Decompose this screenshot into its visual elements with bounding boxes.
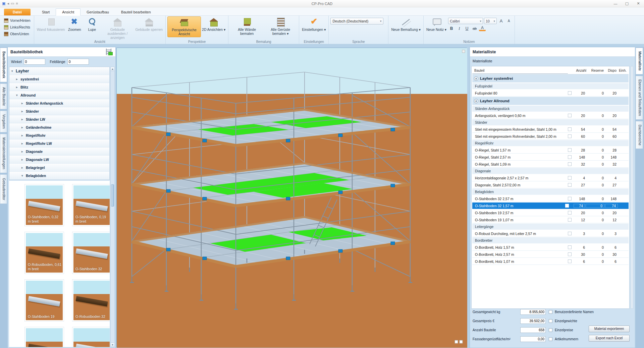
font-family-dropdown[interactable]: Calibri ▾ <box>448 18 483 24</box>
collapse-icon[interactable] <box>474 99 478 103</box>
row-checkbox[interactable] <box>565 204 569 208</box>
part-thumbnail[interactable]: O-Robustboden 61 <box>24 327 64 347</box>
ribbon-button[interactable]: Zoomen <box>66 16 83 37</box>
row-checkbox[interactable] <box>568 183 572 187</box>
language-dropdown[interactable]: Deutsch (Deutschland) ▾ <box>330 18 383 24</box>
left-dock-tab[interactable]: Bauteilbibliothek <box>0 48 7 82</box>
tree-item[interactable]: ▾ Layher <box>9 67 109 75</box>
ribbon-button[interactable]: Gebäude ausblenden / anzeigen <box>101 16 134 37</box>
row-checkbox[interactable] <box>568 232 572 235</box>
material-row[interactable]: O-Riegel, Stahl 2,57 m 148 0 148 <box>472 154 629 160</box>
material-row[interactable]: Layher systemfrei <box>472 74 629 82</box>
settings-button[interactable]: Einstellungen ▾ <box>301 16 327 37</box>
material-row[interactable]: Diagonale, Stahl 2,57/2,00 m 27 0 27 <box>472 182 629 188</box>
feldlaenge-field[interactable] <box>67 59 89 65</box>
material-row[interactable]: Layher Allround <box>472 97 629 105</box>
scroll-up-icon[interactable]: ▲ <box>111 67 114 71</box>
material-row[interactable]: Horizontaldiagonale 2,57 x 2,57 m 4 0 4 <box>472 175 629 181</box>
ribbon-tab[interactable]: Start <box>36 9 56 15</box>
ribbon-tab[interactable]: Bauteil bearbeiten <box>115 9 157 15</box>
material-row[interactable]: Ständer <box>472 119 629 125</box>
tree-item[interactable]: ▸ systemfrei <box>9 75 109 83</box>
library-scrollbar[interactable]: ▲ ▼ <box>110 67 115 347</box>
row-checkbox[interactable] <box>568 127 572 131</box>
ribbon-button[interactable]: 2D Ansichten ▾ <box>201 16 226 37</box>
option-checkbox[interactable] <box>549 310 552 314</box>
material-row[interactable]: O-Riegel, Stahl 1,57 m 28 0 28 <box>472 147 629 153</box>
tree-item[interactable]: ▸ Blitz <box>9 83 109 91</box>
view-direction-button[interactable]: Vorne/Hinten <box>3 18 32 23</box>
column-reserve[interactable]: Reserve <box>588 69 606 72</box>
part-thumbnail[interactable]: O-Stahlboden, 0,32 m breit <box>24 184 64 226</box>
material-row[interactable]: O-Bordbrett, Holz 2,57 m 30 0 30 <box>472 251 629 257</box>
tree-item[interactable]: ▸ Ständer <box>9 107 109 115</box>
option-checkbox[interactable] <box>549 337 552 341</box>
summary-value-field[interactable] <box>520 309 546 315</box>
tree-item[interactable]: ▸ Ständer Anfangsstück <box>9 99 109 107</box>
material-row[interactable]: Bordbretter <box>472 237 629 243</box>
left-dock-tab[interactable]: Materialeinstellungen <box>0 134 7 173</box>
material-row[interactable]: Diagonale <box>472 168 629 174</box>
quick-access-icon[interactable]: ▣ <box>2 2 5 5</box>
ribbon-tab[interactable]: Gerüstaufbau <box>80 9 115 15</box>
export-excel-button[interactable]: Export nach Excel <box>589 335 630 342</box>
winkel-field[interactable] <box>24 59 45 65</box>
ribbon-tab[interactable]: Datei <box>4 9 31 15</box>
row-checkbox[interactable] <box>568 259 572 263</box>
right-dock-tab[interactable]: Materialliste <box>636 48 643 74</box>
material-row[interactable]: Ständer-Anfangsstück <box>472 106 629 112</box>
left-dock-tab[interactable]: Vorgaben <box>0 111 7 132</box>
tree-item[interactable]: ▸ Riegel/Rohr <box>9 131 109 139</box>
tree-item[interactable]: ▾ Allround <box>9 91 109 99</box>
column-bauteil[interactable]: Bauteil <box>472 68 568 74</box>
tree-item[interactable]: ▸ Ständer LW <box>9 115 109 123</box>
summary-value-field[interactable] <box>520 336 546 342</box>
material-row[interactable]: O-Stahlboden 32 2,57 m 148 0 148 <box>472 195 629 202</box>
quick-access-icon[interactable]: ≡ <box>16 2 18 5</box>
material-row[interactable]: Stiel mit eingepresstem Rohrverbinder, S… <box>472 126 629 132</box>
row-checkbox[interactable] <box>568 176 572 180</box>
scrollbar-thumb[interactable] <box>111 184 114 207</box>
part-thumbnail[interactable]: O-Stahlboden 19 <box>72 327 110 347</box>
ribbon-button[interactable]: Wand fokussieren <box>36 16 66 37</box>
material-row[interactable]: Belagböden <box>472 189 629 195</box>
ribbon-button[interactable]: Alle Wände bemalen <box>230 16 264 37</box>
row-checkbox[interactable] <box>568 91 572 95</box>
ribbon-button[interactable]: Perspektivische Ansicht <box>167 16 201 37</box>
shrink-font-button[interactable]: A <box>505 18 512 24</box>
right-dock-tab[interactable]: Dachbereiche <box>636 121 643 149</box>
underline-button[interactable]: U <box>464 25 470 32</box>
material-row[interactable]: Riegel/Rohr <box>472 140 629 146</box>
tree-item[interactable]: ▸ Geländerholme <box>9 123 109 131</box>
view-direction-button[interactable]: Oben/Unten <box>3 31 32 37</box>
collapse-icon[interactable] <box>474 76 478 81</box>
row-checkbox[interactable] <box>568 211 572 215</box>
material-row[interactable]: O-Stahlboden 19 2,57 m 20 0 20 <box>472 210 629 216</box>
ribbon-tab[interactable]: Ansicht <box>56 8 80 16</box>
tree-item[interactable]: ▾ Belagböden <box>9 172 109 180</box>
material-row[interactable]: Fußspindel <box>472 83 629 89</box>
scroll-down-icon[interactable]: ▼ <box>111 343 114 347</box>
part-thumbnail[interactable]: O-Robustboden 32 <box>72 279 110 322</box>
ribbon-button[interactable]: Gebäude sperren <box>134 16 164 37</box>
row-checkbox[interactable] <box>568 162 572 166</box>
highlight-button[interactable]: A <box>479 26 486 31</box>
row-checkbox[interactable] <box>568 114 572 117</box>
left-dock-tab[interactable]: Gebäudeeditor <box>0 174 7 204</box>
quick-access-icon[interactable]: ◂ <box>7 2 9 5</box>
material-row[interactable]: O-Riegel, Stahl 1,09 m 32 0 32 <box>472 161 629 167</box>
material-row[interactable]: O-Robust Durchstieg, mit Leiter 2,57 m 3… <box>472 230 629 237</box>
column-anzahl[interactable]: Anzahl <box>576 69 588 72</box>
material-row[interactable]: O-Bordbrett, Holz 1,07 m 6 0 6 <box>472 258 629 265</box>
tree-item[interactable]: ▸ Belagriegel <box>9 164 109 172</box>
maximize-button[interactable]: ▢ <box>621 0 633 7</box>
material-row[interactable]: O-Bordbrett, Holz 1,57 m 6 0 6 <box>472 244 629 250</box>
summary-value-field[interactable] <box>520 327 546 333</box>
table-scrollbar[interactable] <box>631 66 633 309</box>
ribbon-button[interactable]: Alle Gerüste bemalen ▾ <box>264 16 297 37</box>
right-dock-tab[interactable]: Ebenen und Teilauflisten <box>636 76 643 120</box>
viewport-3d[interactable] <box>116 48 467 347</box>
part-thumbnail[interactable]: O-Stahlboden 32 <box>72 232 110 274</box>
part-thumbnail[interactable]: O-Stahlboden, 0,19 m breit <box>72 184 110 226</box>
row-checkbox[interactable] <box>568 197 572 200</box>
